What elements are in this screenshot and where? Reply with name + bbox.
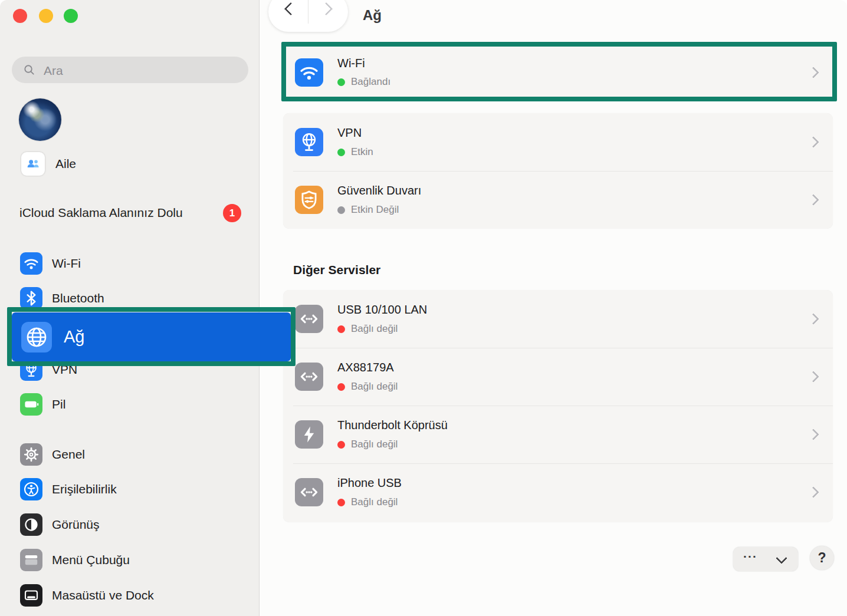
sidebar-item-wifi[interactable]: Wi-Fi — [20, 252, 244, 275]
family-icon — [21, 152, 45, 176]
back-button[interactable] — [284, 2, 298, 16]
vpn-row[interactable]: VPN Etkin — [283, 113, 833, 171]
chevron-right-icon — [807, 429, 819, 440]
search-icon — [22, 63, 36, 77]
section-title: Diğer Servisler — [293, 263, 380, 277]
avatar[interactable] — [19, 98, 61, 141]
chevron-right-icon — [807, 371, 819, 383]
ethernet-icon — [295, 478, 323, 506]
sidebar-item-label: Bluetooth — [52, 291, 104, 305]
minimize-button[interactable] — [39, 9, 53, 23]
status-text: Etkin — [351, 146, 373, 158]
sidebar-item-battery[interactable]: Pil — [20, 393, 244, 416]
sidebar-item-accessibility[interactable]: Erişilebilirlik — [20, 478, 244, 500]
status-dot — [337, 325, 345, 333]
row-status: Etkin — [337, 146, 373, 158]
more-options-button[interactable]: ··· — [733, 547, 798, 571]
status-dot — [337, 499, 345, 506]
usb-lan-row[interactable]: USB 10/100 LAN Bağlı değil — [283, 290, 833, 348]
row-status: Bağlı değil — [337, 439, 398, 450]
sidebar-item-appearance[interactable]: Görünüş — [20, 513, 244, 536]
wifi-icon — [20, 252, 42, 275]
status-text: Bağlı değil — [351, 323, 398, 335]
row-status: Bağlı değil — [337, 323, 398, 335]
row-title: AX88179A — [337, 361, 394, 374]
sidebar-item-label: Erişilebilirlik — [52, 482, 117, 496]
chevron-down-icon — [776, 552, 787, 564]
chevron-right-icon — [807, 313, 819, 325]
dock-icon — [20, 584, 42, 607]
vpn-firewall-card: VPN Etkin Güvenlik Duvarı Etkin Değil — [283, 113, 833, 229]
thunderbolt-icon — [295, 420, 323, 449]
sidebar-item-label: Masaüstü ve Dock — [52, 588, 154, 602]
annotation-box-network — [7, 307, 296, 366]
ethernet-icon — [295, 305, 323, 333]
row-status: Bağlı değil — [337, 381, 398, 393]
other-services-card: USB 10/100 LAN Bağlı değil AX88179A Bağl… — [283, 290, 833, 522]
help-button[interactable]: ? — [810, 546, 834, 570]
ax88179a-row[interactable]: AX88179A Bağlı değil — [283, 348, 833, 406]
row-title: USB 10/100 LAN — [337, 303, 427, 317]
iphone-usb-row[interactable]: iPhone USB Bağlı değil — [283, 463, 833, 521]
icloud-alert-label: iCloud Saklama Alanınız Dolu — [19, 206, 183, 219]
navigation-pill — [268, 0, 348, 32]
accessibility-icon — [20, 478, 42, 500]
row-title: VPN — [337, 126, 362, 140]
row-title: iPhone USB — [337, 476, 402, 490]
forward-button[interactable] — [320, 2, 333, 16]
zoom-button[interactable] — [64, 9, 78, 23]
status-dot — [337, 441, 345, 449]
chevron-right-icon — [807, 194, 819, 206]
battery-icon — [20, 393, 42, 416]
sidebar-item-label: Wi-Fi — [52, 256, 81, 271]
family-label: Aile — [55, 157, 76, 171]
status-text: Bağlı değil — [351, 496, 398, 508]
status-text: Bağlı değil — [351, 439, 398, 450]
contrast-icon — [20, 513, 42, 536]
search-field[interactable] — [12, 57, 248, 83]
row-status: Bağlı değil — [337, 496, 398, 508]
sidebar-item-label: Genel — [52, 447, 85, 462]
status-dot — [337, 206, 345, 214]
sidebar-item-general[interactable]: Genel — [20, 443, 244, 466]
status-dot — [337, 149, 345, 156]
sidebar-item-desktop-dock[interactable]: Masaüstü ve Dock — [20, 584, 244, 607]
annotation-box-wifi — [281, 42, 837, 101]
chevron-right-icon — [807, 136, 819, 148]
menubar-icon — [20, 549, 42, 571]
sidebar-item-bluetooth[interactable]: Bluetooth — [20, 287, 244, 309]
notification-badge: 1 — [223, 204, 241, 222]
row-title: Thunderbolt Köprüsü — [337, 419, 448, 432]
status-text: Etkin Değil — [351, 204, 399, 216]
sidebar-item-label: Menü Çubuğu — [52, 553, 130, 567]
system-settings-window: Aile iCloud Saklama Alanınız Dolu 1 Wi-F… — [0, 0, 847, 616]
row-title: Güvenlik Duvarı — [337, 184, 421, 197]
close-button[interactable] — [13, 9, 27, 23]
status-dot — [337, 383, 345, 391]
bluetooth-icon — [20, 287, 42, 309]
sidebar-item-family[interactable]: Aile — [21, 152, 76, 176]
sidebar-item-menubar[interactable]: Menü Çubuğu — [20, 549, 244, 571]
gear-icon — [20, 443, 42, 466]
firewall-row[interactable]: Güvenlik Duvarı Etkin Değil — [283, 171, 833, 229]
ellipsis-icon: ··· — [743, 549, 757, 564]
search-input[interactable] — [42, 57, 239, 84]
ethernet-icon — [295, 363, 323, 391]
row-status: Etkin Değil — [337, 204, 399, 216]
thunderbolt-bridge-row[interactable]: Thunderbolt Köprüsü Bağlı değil — [283, 406, 833, 463]
firewall-shield-icon — [295, 186, 323, 214]
vpn-globe-icon — [295, 128, 323, 156]
nav-divider — [308, 0, 308, 24]
icloud-storage-alert[interactable]: iCloud Saklama Alanınız Dolu 1 — [19, 206, 249, 220]
status-text: Bağlı değil — [351, 381, 398, 393]
page-title: Ağ — [363, 7, 382, 24]
chevron-right-icon — [807, 486, 819, 498]
sidebar-item-label: Görünüş — [52, 518, 100, 532]
sidebar-item-label: Pil — [52, 397, 65, 411]
